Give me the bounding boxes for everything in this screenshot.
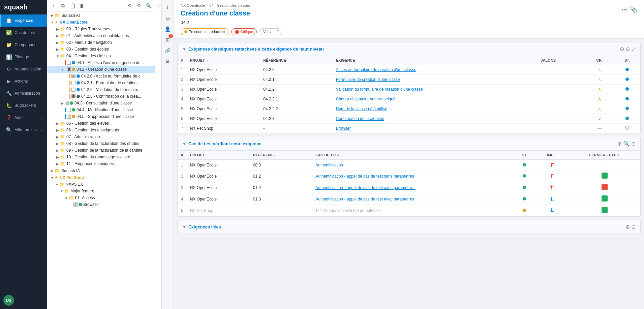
target-icon[interactable]: ◎	[163, 13, 173, 23]
settings-icon[interactable]: ⚙	[163, 57, 173, 66]
tree-item-squash-ai[interactable]: ▶ 📁 Squash AI	[47, 12, 155, 19]
tree-item-03[interactable]: ▶ 📁 03 - Gestion des écoles	[47, 46, 155, 53]
row-cas[interactable]: 111 Connection with the default user	[312, 205, 513, 216]
tree-item-04-2[interactable]: ▼ ☰ 04.2 - Création d'une classe	[47, 66, 155, 73]
tree-item-09[interactable]: ▶ 📁 09 - Gestion de la facturation de la…	[47, 147, 155, 154]
section-remove-button[interactable]: ⊖	[625, 46, 630, 52]
tree-item-01[interactable]: ▶ 📁 01 - Authentification et habilitatio…	[47, 32, 155, 39]
section-add-button[interactable]: ⊕	[620, 46, 624, 52]
section-collapse-icon[interactable]: ▼	[182, 225, 186, 229]
col-reference[interactable]: RÉFÉRENCE ↑	[250, 151, 312, 160]
tree-add-button[interactable]: +	[50, 2, 57, 9]
table-row: 4 NX OpenEcole 01.3 Authentification - a…	[178, 193, 640, 205]
section-collapse-icon[interactable]: ▼	[182, 47, 186, 52]
user-avatar[interactable]: DS	[3, 295, 14, 306]
tree-item-06[interactable]: ▶ 📁 06 - Gestion des enseignants	[47, 127, 155, 133]
tree-copy-button[interactable]: ⧉	[59, 2, 67, 9]
tree-item-04-4[interactable]: ☰ 04.4 - Modification d'une classe	[47, 106, 155, 113]
nav-item-filtre-projets[interactable]: 🔍 Filtre projets ›	[0, 124, 47, 136]
tree-item-nx-petshop[interactable]: ▼ ★ NX Pet Shop	[47, 174, 155, 181]
row-exigence[interactable]: Formulaire de création d'une classe	[333, 75, 538, 85]
tree-item-05[interactable]: ▶ 📁 05 - Gestion des élèves	[47, 120, 155, 127]
tree-item-04-5[interactable]: ☰ 04.5 - Suppression d'une classe	[47, 113, 155, 120]
col-exec[interactable]: DERNIÈRE EXÉC.	[569, 151, 640, 160]
row-exigence[interactable]: Browser	[333, 124, 538, 133]
section-add-button[interactable]: ⊕	[625, 224, 630, 230]
section-remove-button[interactable]: ⊖	[631, 141, 636, 147]
col-imp[interactable]: IMP. ↑	[536, 151, 569, 160]
row-exigence[interactable]: Nom de la classe déjà utilisé	[333, 104, 538, 114]
section-add-button[interactable]: ⊕	[617, 141, 622, 147]
nav-item-automatisation[interactable]: ⚙ Automatisation ›	[0, 63, 47, 75]
tree-item-04-2-2[interactable]: ☰ 04.2.2 - Validation du formulaire...	[47, 86, 155, 93]
tree-item-04-1[interactable]: ☰ 04.1 - Accès à l'écran de gestion de..…	[47, 59, 155, 66]
nav-item-bugtrackers[interactable]: 🐛 Bugtrackers	[0, 99, 47, 112]
tree-item-00[interactable]: ▶ 📁 00 - Règles Transverses	[47, 26, 155, 32]
col-projet[interactable]: PROJET ↑	[187, 151, 250, 160]
table-header-row: # PROJET ↑ RÉFÉRENCE ↑ EXIGENCE ↑ JALONS…	[178, 56, 640, 65]
folder-icon: 📁	[60, 40, 65, 45]
tree-item-10[interactable]: ▶ 📁 10 - Gestion du ramassage scolaire	[47, 154, 155, 160]
nav-item-exigences[interactable]: 📋 Exigences	[0, 14, 47, 27]
link-icon[interactable]: 🔗	[163, 46, 173, 55]
tree-item-04-2-1[interactable]: ☰ 04.2.1 - Formulaire de création ...	[47, 80, 155, 86]
section-expand-button[interactable]: ⤢	[631, 46, 636, 52]
section-collapse-icon[interactable]: ▼	[182, 142, 186, 146]
tree-item-04[interactable]: ▼ 📁 04 - Gestion des classes	[47, 53, 155, 59]
tree-settings-button[interactable]: ⚙	[135, 2, 143, 9]
info-icon[interactable]: ℹ	[163, 3, 173, 12]
nav-item-administration[interactable]: 🔧 Administration ›	[0, 87, 47, 99]
tag-version[interactable]: Version 2	[259, 28, 282, 35]
user-icon[interactable]: 👤	[163, 24, 173, 34]
nav-item-actions[interactable]: ▶ Actions	[0, 75, 47, 87]
tree-item-04-2-0[interactable]: ☰ 04.2.0 - Accès au formulaire de c...	[47, 73, 155, 80]
panel-collapse-area: ‹	[155, 0, 162, 309]
row-exigence[interactable]: Confirmation de la création	[333, 114, 538, 124]
nav-item-aide[interactable]: ❓ Aide ›	[0, 112, 47, 124]
tree-item-01access[interactable]: ▼ 📁 01_Access	[47, 194, 155, 201]
tree-item-04-3[interactable]: ▶ ☰ 04.3 - Consultation d'une classe	[47, 100, 155, 106]
row-exigence[interactable]: Accès au formulaire de création d'une cl…	[333, 65, 538, 75]
tree-item-11[interactable]: ▶ 📁 11 - Exigences techniques	[47, 160, 155, 167]
col-exigence[interactable]: EXIGENCE ↑	[333, 56, 538, 65]
nav-label-pilotage: Pilotage	[14, 55, 29, 59]
tree-item-squash-ia[interactable]: ▶ 📁 Squash IA	[47, 167, 155, 174]
row-exigence[interactable]: Champ obligatoire non renseigné	[333, 94, 538, 104]
tree-item-07[interactable]: ▶ 📁 07 - Administration	[47, 133, 155, 140]
col-projet[interactable]: PROJET ↑	[187, 56, 260, 65]
col-reference[interactable]: RÉFÉRENCE ↑	[260, 56, 332, 65]
section-cas-de-test: ▼ Cas de test vérifiant cette exigence ⊕…	[177, 137, 641, 217]
nav-item-pilotage[interactable]: 📊 Pilotage	[0, 51, 47, 63]
section-remove-button[interactable]: ⊖	[631, 224, 636, 230]
tree-item-nxps[interactable]: ▼ 📁 NXPS 1.0	[47, 181, 155, 188]
tree-item-major[interactable]: ▼ 📁 Major feature	[47, 188, 155, 194]
section-search-button[interactable]: 🔍	[623, 141, 630, 147]
tag-en-cours[interactable]: En cours de rédaction	[181, 28, 228, 35]
row-cas[interactable]: Authentification	[312, 160, 513, 171]
row-cas[interactable]: Authentification - appel de cas de test …	[312, 182, 513, 193]
aide-arrow-icon: ›	[41, 116, 42, 120]
more-options-icon[interactable]: •••	[621, 7, 627, 13]
tree-item-nx-openecole[interactable]: ▼ ★ NX OpenEcole	[47, 19, 155, 26]
tree-paste-button[interactable]: 📋	[69, 2, 76, 9]
row-cas[interactable]: Authentification - appel de cas de test …	[312, 193, 513, 205]
collapse-panel-icon[interactable]: ‹	[157, 3, 159, 9]
folder-icon: 📁	[60, 155, 65, 159]
row-cas[interactable]: Authentification - appel de cas de test …	[312, 171, 513, 182]
attachment-icon[interactable]: 📎	[630, 6, 637, 13]
tree-refresh-button[interactable]: ⟲	[126, 2, 133, 9]
tree-item-08[interactable]: ▶ 📁 08 - Gestion de la facturation des é…	[47, 140, 155, 147]
tag-critique[interactable]: 🔴 Critique	[231, 28, 257, 35]
layers-icon[interactable]: ⊞ 5	[163, 35, 173, 44]
col-cas[interactable]: CAS DE TEST ↑	[312, 151, 513, 160]
nav-item-cas-de-test[interactable]: ✅ Cas de test	[0, 27, 47, 39]
status-dot	[72, 61, 75, 64]
tree-item-02[interactable]: ▶ 📁 02 - Menus de navigation	[47, 39, 155, 46]
nav-item-campagnes[interactable]: 📁 Campagnes	[0, 39, 47, 51]
tree-item-04-2-3[interactable]: ☰ 04.2.3 - Confirmation de la créa...	[47, 93, 155, 100]
tree-search-button[interactable]: 🔍	[145, 2, 152, 9]
tree-delete-button[interactable]: 🗑	[78, 2, 86, 9]
tree-item-browser[interactable]: ☰ Browser	[47, 201, 155, 208]
row-exigence[interactable]: Validation du formulaire de création d'u…	[333, 85, 538, 94]
section-title-classiques: Exigences classiques rattachées à cette …	[188, 47, 620, 52]
